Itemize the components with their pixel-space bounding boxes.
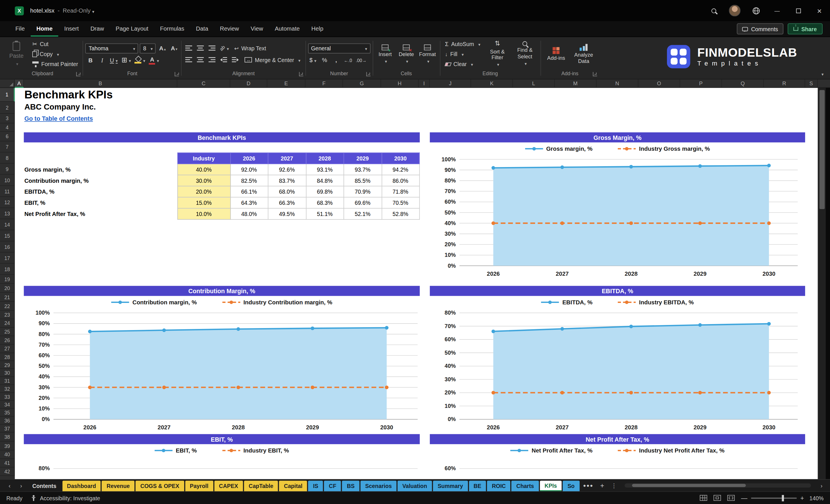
bottom-align-button[interactable] [207, 43, 217, 53]
kpi-industry-cell[interactable]: 40.0% [177, 164, 230, 175]
row-header-41[interactable]: 41 [0, 459, 15, 468]
row-header-23[interactable]: 23 [0, 311, 15, 319]
column-header-p[interactable]: P [680, 80, 722, 88]
column-header-b[interactable]: B [24, 80, 177, 88]
kpi-col-header-2030[interactable]: 2030 [382, 153, 419, 164]
zoom-out-button[interactable]: — [741, 494, 747, 502]
vertical-scrollbar[interactable] [818, 88, 826, 479]
increase-decimal-button[interactable]: ←.0 [343, 55, 353, 65]
number-dialog-launcher[interactable] [366, 72, 371, 76]
normal-view-button[interactable] [700, 495, 707, 501]
kpi-col-header-industry[interactable]: Industry [177, 153, 230, 164]
row-header-1[interactable]: 1 [0, 88, 15, 101]
menu-tab-review[interactable]: Review [214, 21, 245, 37]
row-header-16[interactable]: 16 [0, 242, 15, 253]
column-header-n[interactable]: N [597, 80, 638, 88]
row-header-24[interactable]: 24 [0, 319, 15, 328]
menu-tab-view[interactable]: View [245, 21, 269, 37]
copy-button[interactable]: Copy [30, 50, 81, 58]
sheet-options-button[interactable]: ⋮ [608, 480, 619, 492]
row-header-31[interactable]: 31 [0, 377, 15, 385]
increase-indent-button[interactable] [230, 55, 241, 64]
select-all-corner[interactable] [0, 80, 15, 88]
column-header-h[interactable]: H [381, 80, 419, 88]
kpi-col-header-2029[interactable]: 2029 [344, 153, 382, 164]
kpi-row-label[interactable]: EBIT, % [24, 197, 177, 208]
next-sheet-button[interactable]: › [16, 480, 27, 492]
page-break-view-button[interactable] [727, 495, 735, 501]
menu-tab-insert[interactable]: Insert [58, 21, 85, 37]
row-header-27[interactable]: 27 [0, 345, 15, 353]
sheet-tab-payroll[interactable]: Payroll [185, 480, 213, 491]
row-header-35[interactable]: 35 [0, 409, 15, 417]
sheet-tab-capital[interactable]: Capital [279, 480, 307, 491]
paste-button[interactable]: Paste [4, 39, 29, 69]
kpi-industry-cell[interactable]: 30.0% [177, 175, 230, 186]
kpi-cell[interactable]: 68.3% [306, 197, 344, 208]
row-header-29[interactable]: 29 [0, 361, 15, 369]
row-header-25[interactable]: 25 [0, 328, 15, 336]
row-header-18[interactable]: 18 [0, 264, 15, 275]
scroll-right-button[interactable]: › [816, 480, 827, 492]
menu-tab-home[interactable]: Home [31, 21, 58, 37]
kpi-cell[interactable]: 71.8% [382, 186, 419, 197]
kpi-col-header-2026[interactable]: 2026 [230, 153, 268, 164]
kpi-cell[interactable]: 84.8% [306, 175, 344, 186]
accessibility-status[interactable]: Accessibility: Investigate [31, 495, 100, 501]
sheet-tab-cogs-opex[interactable]: COGS & OPEX [135, 480, 184, 491]
column-header-e[interactable]: E [267, 80, 306, 88]
network-status-button[interactable] [745, 0, 767, 21]
row-header-11[interactable]: 11 [0, 186, 15, 197]
row-header-40[interactable]: 40 [0, 450, 15, 459]
kpi-industry-cell[interactable]: 10.0% [177, 208, 230, 219]
previous-sheet-button[interactable]: ‹ [4, 480, 15, 492]
kpi-cell[interactable]: 52.1% [344, 208, 382, 219]
minimize-button[interactable] [767, 0, 788, 21]
middle-align-button[interactable] [196, 43, 205, 53]
kpi-row-label[interactable]: Contribution margin, % [24, 175, 177, 186]
kpi-col-header-2028[interactable]: 2028 [306, 153, 344, 164]
sheet-tab-bs[interactable]: BS [342, 480, 359, 491]
cut-button[interactable]: ✂Cut [30, 39, 81, 48]
row-header-38[interactable]: 38 [0, 433, 15, 441]
merge-center-button[interactable]: Merge & Center [242, 55, 303, 64]
row-header-21[interactable]: 21 [0, 293, 15, 302]
alignment-dialog-launcher[interactable] [299, 72, 303, 76]
fill-button[interactable]: Fill [442, 50, 483, 58]
horizontal-scrollbar[interactable] [625, 483, 811, 488]
kpi-cell[interactable]: 93.1% [306, 164, 344, 175]
menu-tab-formulas[interactable]: Formulas [154, 21, 190, 37]
row-header-42[interactable]: 42 [0, 467, 15, 476]
sheet-tab-kpis[interactable]: KPIs [540, 480, 562, 491]
analyze-data-button[interactable]: Analyze Data [570, 39, 597, 69]
kpi-row-label[interactable]: Net Profit After Tax, % [24, 208, 177, 219]
column-header-a[interactable]: A [15, 80, 24, 88]
search-button[interactable] [703, 0, 724, 21]
row-header-34[interactable]: 34 [0, 401, 15, 409]
format-cells-button[interactable]: Format [417, 39, 437, 69]
sheet-tab-dashboard[interactable]: Dashboard [62, 480, 101, 491]
row-header-8[interactable]: 8 [0, 153, 15, 164]
sheet-tab-so[interactable]: So [563, 480, 579, 491]
sheet-tab-roic[interactable]: ROIC [487, 480, 511, 491]
row-header-9[interactable]: 9 [0, 164, 15, 175]
column-header-j[interactable]: J [430, 80, 471, 88]
align-right-button[interactable] [207, 55, 217, 64]
kpi-cell[interactable]: 70.9% [344, 186, 382, 197]
vertical-scrollbar-thumb[interactable] [820, 90, 825, 209]
kpi-industry-cell[interactable]: 15.0% [177, 197, 230, 208]
kpi-industry-cell[interactable]: 20.0% [177, 186, 230, 197]
row-header-3[interactable]: 3 [0, 114, 15, 123]
close-button[interactable] [809, 0, 830, 21]
menu-tab-automate[interactable]: Automate [269, 21, 306, 37]
row-header-6[interactable]: 6 [0, 132, 15, 141]
column-header-k[interactable]: K [471, 80, 513, 88]
kpi-cell[interactable]: 66.3% [268, 197, 306, 208]
autosum-button[interactable]: ΣAutoSum [442, 39, 483, 48]
wrap-text-button[interactable]: Wrap Text [232, 44, 269, 53]
row-header-19[interactable]: 19 [0, 275, 15, 284]
row-header-33[interactable]: 33 [0, 393, 15, 401]
share-button[interactable]: Share [788, 23, 823, 34]
menu-tab-file[interactable]: File [9, 21, 31, 37]
align-left-button[interactable] [184, 55, 194, 64]
